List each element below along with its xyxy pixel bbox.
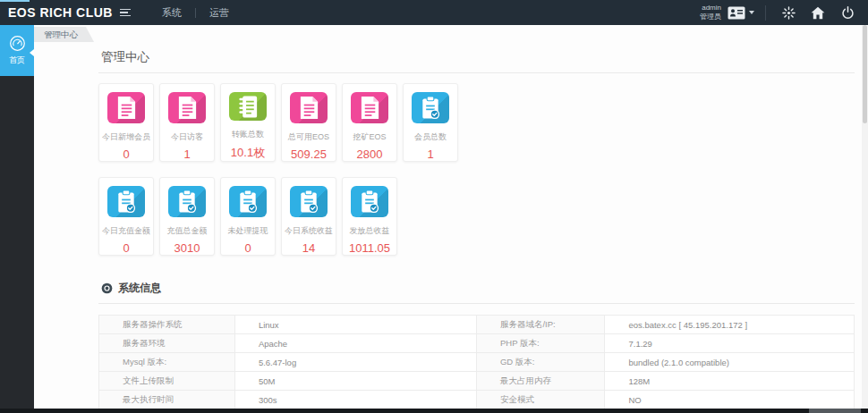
stat-label: 未处理提现 bbox=[228, 225, 268, 237]
clear-cache-icon bbox=[782, 6, 796, 20]
stat-card-new-members[interactable]: 今日新增会员 0 bbox=[98, 83, 154, 162]
stat-label: 总可用EOS bbox=[288, 131, 329, 143]
clipboard-check-icon bbox=[351, 186, 388, 217]
info-key: 最大执行时间 bbox=[99, 391, 235, 409]
home-icon bbox=[811, 6, 825, 20]
menu-item-operation[interactable]: 运营 bbox=[196, 0, 243, 25]
stat-value: 0 bbox=[123, 148, 129, 161]
stat-value: 0 bbox=[123, 241, 129, 255]
logout-button[interactable] bbox=[836, 0, 859, 25]
sidebar-item-label: 首页 bbox=[9, 55, 25, 66]
stat-label: 转账总数 bbox=[232, 129, 264, 140]
stat-card-mining-eos[interactable]: 挖矿EOS 2800 bbox=[342, 83, 397, 162]
clipboard-check-icon bbox=[412, 92, 449, 123]
document-icon bbox=[351, 92, 388, 123]
brand-logo: EOS RICH CLUB bbox=[0, 5, 120, 20]
clipboard-check-icon bbox=[229, 186, 267, 217]
horizontal-scrollbar-thumb[interactable] bbox=[809, 409, 861, 413]
stat-card-total-recharge[interactable]: 充值总金额 3010 bbox=[159, 177, 215, 256]
table-row: Mysql 版本: 5.6.47-log GD 版本: bundled (2.1… bbox=[99, 353, 855, 372]
info-value: 5.6.47-log bbox=[234, 353, 476, 372]
sidebar: 首页 bbox=[0, 25, 34, 409]
info-value: eos.batex.cc [ 45.195.201.172 ] bbox=[605, 316, 855, 334]
system-info-title: 系统信息 bbox=[118, 281, 161, 296]
clear-cache-button[interactable] bbox=[777, 0, 800, 25]
user-dropdown[interactable] bbox=[728, 6, 754, 20]
stat-value: 14 bbox=[302, 241, 315, 255]
info-value: Linux bbox=[234, 316, 476, 334]
info-key: 服务器操作系统 bbox=[99, 316, 235, 334]
tab-bar: 管理中心 bbox=[34, 25, 862, 43]
power-icon bbox=[841, 6, 855, 20]
clipboard-check-icon bbox=[107, 186, 145, 217]
info-value: 300s bbox=[234, 391, 476, 409]
info-key: 服务器环境 bbox=[99, 334, 235, 353]
document-icon bbox=[168, 92, 206, 123]
sidebar-item-home[interactable]: 首页 bbox=[0, 25, 34, 76]
table-row: 服务器环境 Apache PHP 版本: 7.1.29 bbox=[99, 334, 855, 353]
stat-label: 今日新增会员 bbox=[102, 131, 150, 143]
info-key: Mysql 版本: bbox=[99, 353, 235, 372]
stat-value: 0 bbox=[244, 241, 251, 255]
vertical-scrollbar[interactable] bbox=[862, 25, 868, 409]
menu-item-system[interactable]: 系统 bbox=[149, 0, 195, 25]
horizontal-scrollbar[interactable] bbox=[0, 409, 868, 413]
stat-value: 1011.05 bbox=[349, 241, 390, 255]
document-icon bbox=[290, 92, 328, 123]
document-icon bbox=[107, 92, 145, 123]
stat-card-available-eos[interactable]: 总可用EOS 509.25 bbox=[281, 83, 336, 162]
stat-cards-row-1: 今日新增会员 0 今日访客 1 转账总数 10.1枚 bbox=[98, 83, 855, 162]
info-value: 7.1.29 bbox=[605, 334, 855, 353]
top-menu: 系统 运营 bbox=[149, 0, 243, 25]
stat-label: 充值总金额 bbox=[167, 225, 208, 237]
info-value: NO bbox=[605, 391, 855, 409]
info-key: GD 版本: bbox=[476, 353, 604, 372]
stat-card-total-payout[interactable]: 发放总收益 1011.05 bbox=[342, 177, 397, 256]
clipboard-check-icon bbox=[290, 186, 328, 217]
stat-value: 10.1枚 bbox=[231, 145, 265, 161]
stat-cards-row-2: 今日充值金额 0 充值总金额 3010 未处理提现 0 bbox=[98, 177, 855, 256]
stat-card-visitors[interactable]: 今日访客 1 bbox=[159, 83, 215, 162]
top-accent-line bbox=[0, 0, 30, 2]
info-key: 安全模式 bbox=[476, 391, 604, 409]
stat-card-today-recharge[interactable]: 今日充值金额 0 bbox=[98, 177, 154, 256]
sidebar-collapse-icon[interactable] bbox=[30, 49, 34, 56]
top-navbar: EOS RICH CLUB 系统 运营 admin 管理员 bbox=[0, 0, 868, 25]
stat-value: 1 bbox=[183, 148, 190, 161]
content: 管理中心 今日新增会员 0 今日访客 1 转账总数 bbox=[98, 43, 855, 409]
stat-value: 1 bbox=[427, 148, 433, 161]
info-key: PHP 版本: bbox=[476, 334, 604, 353]
stat-label: 挖矿EOS bbox=[353, 131, 386, 143]
user-name: admin bbox=[700, 4, 721, 13]
system-info-header: 系统信息 bbox=[98, 273, 855, 304]
stat-card-pending-withdraw[interactable]: 未处理提现 0 bbox=[220, 177, 276, 256]
system-info-table: 服务器操作系统 Linux 服务器域名/IP: eos.batex.cc [ 4… bbox=[98, 315, 855, 409]
stat-card-today-profit[interactable]: 今日系统收益 14 bbox=[281, 177, 336, 256]
system-info-panel: 系统信息 服务器操作系统 Linux 服务器域名/IP: eos.batex.c… bbox=[98, 273, 855, 409]
table-row: 最大执行时间 300s 安全模式 NO bbox=[99, 391, 855, 409]
stat-label: 今日充值金额 bbox=[102, 225, 150, 237]
vertical-scrollbar-thumb[interactable] bbox=[863, 25, 867, 123]
sidebar-toggle-icon[interactable] bbox=[120, 9, 131, 17]
table-row: 服务器操作系统 Linux 服务器域名/IP: eos.batex.cc [ 4… bbox=[99, 316, 855, 334]
stat-value: 3010 bbox=[174, 241, 200, 255]
caret-down-icon bbox=[749, 11, 754, 14]
gauge-icon bbox=[9, 35, 26, 52]
info-key: 最大占用内存 bbox=[476, 372, 604, 391]
stat-label: 发放总收益 bbox=[350, 225, 390, 237]
page-title: 管理中心 bbox=[98, 43, 855, 73]
clipboard-check-icon bbox=[168, 186, 206, 217]
bullseye-icon bbox=[101, 282, 113, 294]
stat-label: 今日访客 bbox=[171, 131, 203, 143]
navbar-right: admin 管理员 bbox=[700, 0, 868, 25]
user-info[interactable]: admin 管理员 bbox=[700, 4, 721, 21]
info-value: Apache bbox=[234, 334, 476, 353]
notebook-icon bbox=[229, 92, 267, 121]
id-badge-icon bbox=[728, 6, 745, 20]
tab-admin-center[interactable]: 管理中心 bbox=[34, 27, 94, 42]
home-button[interactable] bbox=[806, 0, 830, 25]
user-role: 管理员 bbox=[700, 13, 721, 21]
stat-card-transfers[interactable]: 转账总数 10.1枚 bbox=[220, 83, 276, 162]
stat-card-total-members[interactable]: 会员总数 1 bbox=[403, 83, 458, 162]
info-value: 50M bbox=[234, 372, 476, 391]
